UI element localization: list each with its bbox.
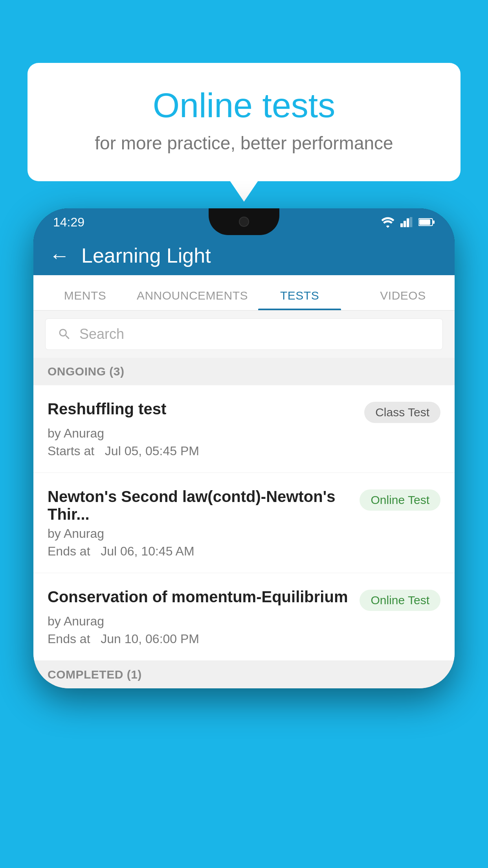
test-date-3: Ends at Jun 10, 06:00 PM [48, 632, 440, 646]
test-badge-1: Class Test [364, 402, 440, 423]
svg-rect-2 [407, 218, 409, 227]
search-input-wrapper[interactable]: Search [45, 318, 443, 350]
camera [239, 217, 249, 227]
app-bar-title: Learning Light [81, 244, 211, 267]
test-card-2[interactable]: Newton's Second law(contd)-Newton's Thir… [33, 473, 455, 573]
test-badge-3: Online Test [360, 590, 440, 611]
wifi-icon [381, 217, 395, 228]
test-title-1: Reshuffling test [48, 400, 358, 418]
search-bar: Search [33, 311, 455, 358]
test-date-label-1: Starts at [48, 444, 94, 458]
tab-ments[interactable]: MENTS [33, 289, 137, 310]
svg-rect-5 [433, 221, 435, 224]
notch [209, 208, 279, 235]
battery-icon [418, 217, 435, 227]
tab-tests[interactable]: TESTS [248, 289, 351, 310]
test-card-3[interactable]: Conservation of momentum-Equilibrium Onl… [33, 573, 455, 661]
phone-content: MENTS ANNOUNCEMENTS TESTS VIDEOS Search … [33, 275, 455, 688]
tab-bar: MENTS ANNOUNCEMENTS TESTS VIDEOS [33, 275, 455, 311]
test-author-2: by Anurag [48, 526, 440, 541]
svg-rect-6 [419, 219, 430, 225]
test-date-value-1: Jul 05, 05:45 PM [105, 444, 199, 458]
status-icons [381, 217, 435, 228]
phone-wrapper: 14:29 [33, 208, 455, 868]
bubble-title: Online tests [59, 86, 429, 125]
bubble-subtitle: for more practice, better performance [59, 132, 429, 154]
promo-bubble: Online tests for more practice, better p… [28, 63, 460, 181]
ongoing-section-header: ONGOING (3) [33, 358, 455, 385]
signal-icon [400, 217, 413, 228]
completed-section-header: COMPLETED (1) [33, 661, 455, 688]
test-card-1[interactable]: Reshuffling test Class Test by Anurag St… [33, 385, 455, 473]
tab-videos[interactable]: VIDEOS [351, 289, 455, 310]
back-button[interactable]: ← [49, 245, 70, 266]
test-author-3: by Anurag [48, 614, 440, 629]
test-date-1: Starts at Jul 05, 05:45 PM [48, 444, 440, 458]
phone-shell: 14:29 [33, 208, 455, 688]
test-badge-2: Online Test [360, 489, 440, 511]
search-icon [57, 327, 72, 341]
tab-announcements[interactable]: ANNOUNCEMENTS [137, 289, 248, 310]
test-date-value-2: Jul 06, 10:45 AM [101, 544, 194, 558]
phone-top-bar: 14:29 [33, 208, 455, 275]
svg-rect-1 [404, 221, 406, 227]
test-date-2: Ends at Jul 06, 10:45 AM [48, 544, 440, 559]
test-date-label-3: Ends at [48, 632, 90, 646]
test-author-1: by Anurag [48, 426, 440, 441]
status-bar: 14:29 [33, 208, 455, 236]
test-date-label-2: Ends at [48, 544, 90, 558]
status-time: 14:29 [53, 215, 84, 230]
svg-rect-0 [400, 223, 403, 227]
app-bar: ← Learning Light [33, 236, 455, 275]
search-placeholder: Search [79, 326, 124, 342]
test-title-2: Newton's Second law(contd)-Newton's Thir… [48, 488, 353, 523]
test-title-3: Conservation of momentum-Equilibrium [48, 588, 353, 606]
test-date-value-3: Jun 10, 06:00 PM [101, 632, 199, 646]
svg-rect-3 [410, 217, 412, 227]
